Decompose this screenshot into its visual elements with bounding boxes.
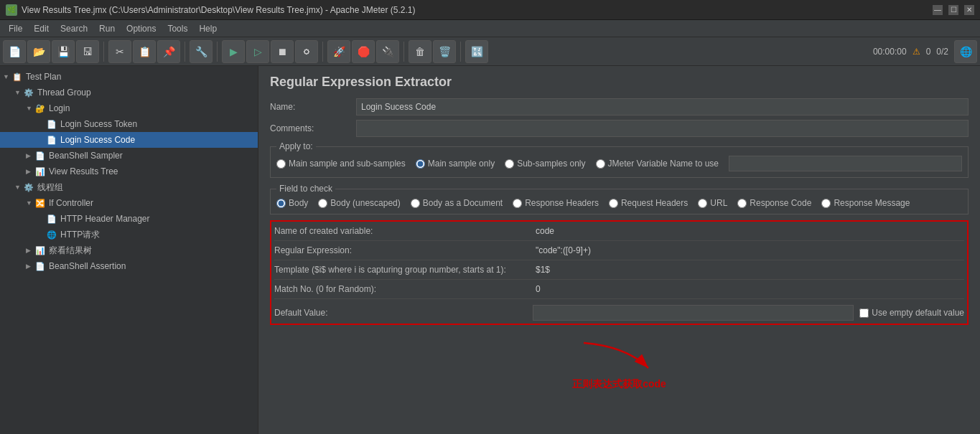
radio-response-headers[interactable]: Response Headers [513, 198, 599, 208]
tree-item-if-controller[interactable]: ▼🔀If Controller [0, 195, 258, 211]
paste-button[interactable]: 📌 [157, 40, 180, 63]
radio-sub-only[interactable]: Sub-samples only [505, 159, 585, 169]
name-row: Name: [270, 98, 969, 115]
radio-response-message[interactable]: Response Message [821, 198, 910, 208]
menu-tools[interactable]: Tools [162, 22, 193, 35]
radio-main-only-label: Main sample only [428, 159, 495, 169]
tree-item-thread-group[interactable]: ▼⚙️Thread Group [0, 85, 258, 100]
use-empty-checkbox[interactable] [859, 308, 869, 318]
radio-body-unescaped-label: Body (unescaped) [330, 198, 400, 208]
match-row: Match No. (0 for Random): [274, 283, 964, 299]
copy-button[interactable]: 📋 [133, 40, 156, 63]
comments-input[interactable] [356, 120, 969, 137]
use-empty-label-container[interactable]: Use empty default value [859, 308, 964, 318]
tree-item-view-results-cn[interactable]: ▶📊察看结果树 [0, 242, 258, 258]
clear-button[interactable]: 🗑 [409, 40, 431, 63]
radio-url[interactable]: URL [698, 198, 727, 208]
warning-count: 0 [926, 47, 931, 57]
tree-item-login-success-code[interactable]: 📄Login Sucess Code [0, 132, 258, 148]
tree-item-test-plan[interactable]: ▼📋Test Plan [0, 69, 258, 85]
settings-button[interactable]: 🔧 [190, 40, 213, 63]
title-text: View Results Tree.jmx (C:\Users\Administ… [22, 5, 415, 15]
remote-start-button[interactable]: 🚀 [327, 40, 350, 63]
menu-search[interactable]: Search [55, 22, 93, 35]
tree-icon-beanshell-sampler: 📄 [34, 150, 46, 161]
match-input[interactable] [533, 283, 964, 296]
jmeter-var-input[interactable] [729, 156, 962, 171]
tree-label-thread-group-cn: 线程组 [37, 181, 63, 194]
expand-arrow-login: ▼ [26, 105, 33, 112]
menu-help[interactable]: Help [193, 22, 223, 35]
menu-file[interactable]: File [3, 22, 28, 35]
start-button[interactable]: ▶ [222, 40, 245, 63]
remote-exit-button[interactable]: 🔌 [376, 40, 399, 63]
tree-icon-thread-group: ⚙️ [23, 87, 34, 98]
radio-response-message-label: Response Message [834, 198, 910, 208]
radio-main-sub[interactable]: Main sample and sub-samples [276, 159, 406, 169]
radio-body[interactable]: Body [276, 198, 308, 208]
minimize-button[interactable]: — [933, 5, 943, 15]
tree-icon-if-controller: 🔀 [34, 197, 46, 209]
save-button[interactable]: 💾 [52, 40, 75, 63]
radio-request-headers-label: Request Headers [621, 198, 688, 208]
window-controls[interactable]: — ☐ ✕ [933, 5, 974, 15]
name-input[interactable] [356, 98, 969, 115]
expand-arrow-beanshell-assertion: ▶ [26, 263, 33, 270]
radio-main-only[interactable]: Main sample only [416, 159, 495, 169]
default-input[interactable] [533, 305, 854, 321]
stop-button[interactable]: ⏹ [271, 40, 294, 63]
tree-item-login-success-token[interactable]: 📄Login Sucess Token [0, 116, 258, 132]
start-no-pause-button[interactable]: ▷ [246, 40, 269, 63]
clear-all-button[interactable]: 🗑️ [433, 40, 456, 63]
tree-label-view-results-cn: 察看结果树 [49, 245, 92, 257]
radio-jmeter-var[interactable]: JMeter Variable Name to use [596, 159, 719, 169]
save-all-button[interactable]: 🖫 [76, 40, 99, 63]
menu-options[interactable]: Options [121, 22, 162, 35]
toolbar-info: 00:00:00 ⚠ 0 0/2 🌐 [873, 40, 977, 63]
menu-edit[interactable]: Edit [28, 22, 55, 35]
template-input[interactable] [533, 263, 964, 276]
tree-item-login[interactable]: ▼🔐Login [0, 100, 258, 116]
shutdown-button[interactable]: ⭘ [295, 40, 318, 63]
tree-label-login-success-code: Login Sucess Code [60, 135, 135, 145]
separator-5 [403, 42, 404, 62]
menu-run[interactable]: Run [93, 22, 121, 35]
apply-to-legend: Apply to: [276, 141, 316, 151]
close-button[interactable]: ✕ [964, 5, 974, 15]
annotation-area: 正则表达式获取code [270, 339, 969, 391]
arrow-icon [577, 339, 663, 375]
radio-body-document-label: Body as a Document [423, 198, 503, 208]
open-button[interactable]: 📂 [27, 40, 50, 63]
tree-icon-login-success-code: 📄 [46, 134, 57, 146]
maximize-button[interactable]: ☐ [948, 5, 958, 15]
radio-response-code[interactable]: Response Code [737, 198, 811, 208]
new-button[interactable]: 📄 [3, 40, 26, 63]
radio-body-label: Body [289, 198, 308, 208]
radio-body-unescaped[interactable]: Body (unescaped) [318, 198, 400, 208]
separator-4 [322, 42, 323, 62]
variable-input[interactable] [533, 225, 964, 237]
radio-url-label: URL [710, 198, 727, 208]
default-row: Default Value: Use empty default value [274, 302, 964, 321]
tree-icon-thread-group-cn: ⚙️ [23, 181, 34, 193]
tree-item-beanshell-assertion[interactable]: ▶📄BeanShell Assertion [0, 258, 258, 274]
tree-item-thread-group-cn[interactable]: ▼⚙️线程组 [0, 179, 258, 195]
variable-row: Name of created variable: [274, 225, 964, 241]
radio-body-document[interactable]: Body as a Document [411, 198, 503, 208]
remote-stop-button[interactable]: 🛑 [352, 40, 375, 63]
radio-request-headers[interactable]: Request Headers [609, 198, 688, 208]
function-helper-button[interactable]: 🔣 [465, 40, 488, 63]
tree-item-http-header-manager[interactable]: 📄HTTP Header Manager [0, 211, 258, 227]
menu-bar: File Edit Search Run Options Tools Help [0, 20, 980, 37]
main-layout: ▼📋Test Plan▼⚙️Thread Group▼🔐Login 📄Login… [0, 66, 980, 434]
remote-config-button[interactable]: 🌐 [954, 40, 977, 63]
tree-icon-view-results-cn: 📊 [34, 245, 46, 256]
regex-input[interactable] [533, 244, 964, 257]
tree-item-view-results-tree[interactable]: ▶📊View Results Tree [0, 164, 258, 179]
tree-item-http-request[interactable]: 🌐HTTP请求 [0, 227, 258, 242]
panel-title: Regular Expression Extractor [270, 75, 969, 90]
variable-label: Name of created variable: [274, 226, 533, 236]
tree-label-view-results-tree: View Results Tree [49, 166, 118, 176]
cut-button[interactable]: ✂ [108, 40, 131, 63]
tree-item-beanshell-sampler[interactable]: ▶📄BeanShell Sampler [0, 148, 258, 164]
